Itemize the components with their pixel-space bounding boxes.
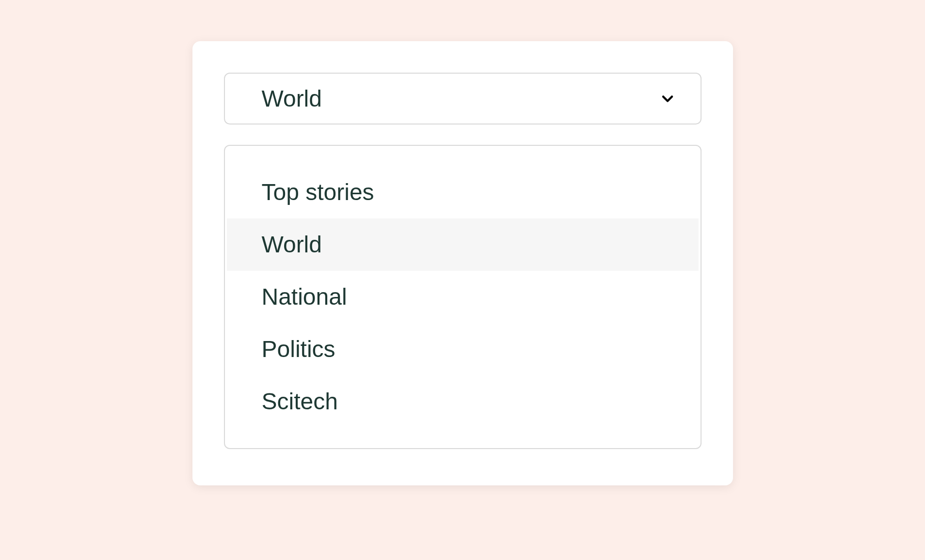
option-top-stories[interactable]: Top stories <box>227 166 699 218</box>
select-card: World Top stories World National Politic… <box>192 41 733 485</box>
option-politics[interactable]: Politics <box>227 323 699 375</box>
select-value: World <box>262 85 322 112</box>
option-scitech[interactable]: Scitech <box>227 375 699 428</box>
option-national[interactable]: National <box>227 271 699 323</box>
chevron-down-icon <box>658 89 677 109</box>
select-listbox: Top stories World National Politics Scit… <box>224 145 702 449</box>
select-trigger[interactable]: World <box>224 73 702 124</box>
option-world[interactable]: World <box>227 218 699 271</box>
